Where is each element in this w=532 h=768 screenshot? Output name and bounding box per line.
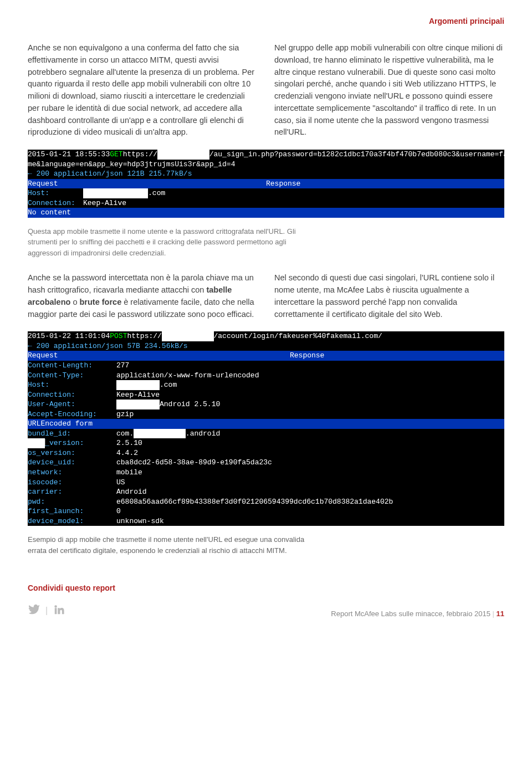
hdr-key: User-Agent:: [28, 400, 116, 409]
url-1b: me&language=en&app_key=hdp3jtrujmsUis3r&…: [28, 160, 235, 170]
hdr-key: Connection:: [28, 390, 116, 400]
hdr-key: Accept-Encoding:: [28, 409, 116, 419]
intro-columns: Anche se non equivalgono a una conferma …: [28, 42, 504, 139]
url-1a: /au_sign_in.php?password=b1282c1dbc170a3…: [209, 150, 504, 160]
redact-host-val-1: ███████████████: [83, 188, 148, 198]
hdr-key: Content-Type:: [28, 371, 116, 381]
form-key: bundle_id:: [28, 429, 116, 439]
hdr-key: Host:: [28, 380, 116, 390]
response-header-2: Response: [290, 351, 324, 361]
form-key: device_model:: [28, 516, 116, 526]
page-number: 11: [497, 610, 504, 618]
no-content-1: No content: [28, 208, 71, 218]
mid-columns: Anche se la password intercettata non è …: [28, 272, 504, 320]
method-get: GET: [110, 150, 122, 160]
form-key: ████_version:: [28, 438, 116, 448]
twitter-icon[interactable]: [28, 603, 40, 618]
scheme-2: https://: [127, 331, 161, 341]
mid-left: Anche se la password intercettata non è …: [28, 272, 258, 320]
form-key: isocode:: [28, 478, 116, 488]
response-header-1: Response: [266, 179, 300, 189]
ts-2: 2015-01-22 11:01:04: [28, 331, 110, 341]
header-section-link[interactable]: Argomenti principali: [28, 17, 504, 25]
conn-val-1: Keep-Alive: [83, 198, 126, 208]
conn-key-1: Connection:: [28, 198, 83, 208]
redact-host-1: ████████████: [157, 150, 209, 160]
ts-1: 2015-01-21 18:55:33: [28, 150, 110, 160]
term-brute-force: brute force: [79, 298, 121, 306]
form-key: first_launch:: [28, 506, 116, 516]
mid-left-mid: o: [70, 298, 79, 306]
form-header: URLEncoded form: [28, 419, 93, 429]
caption-1: Questa app mobile trasmette il nome uten…: [28, 226, 305, 259]
host-val-1: .com: [148, 188, 165, 198]
share-label: Condividi questo report: [28, 583, 504, 592]
resp-2: ← 200 application/json 57B 234.56kB/s: [28, 341, 188, 351]
caption-2: Esempio di app mobile che trasmette il n…: [28, 534, 305, 556]
intro-right: Nel gruppo delle app mobili vulnerabili …: [274, 42, 504, 139]
method-post: POST: [110, 331, 127, 341]
terminal-screenshot-1: 2015-01-21 18:55:33 GET https://████████…: [28, 150, 504, 218]
request-header-1: Request: [28, 179, 266, 189]
linkedin-icon[interactable]: [53, 603, 65, 618]
form-key: device_uid:: [28, 458, 116, 468]
terminal-screenshot-2: 2015-01-22 11:01:04 POST https://███████…: [28, 331, 504, 526]
mid-right: Nel secondo di questi due casi singolari…: [274, 272, 504, 320]
resp-1: ← 200 application/json 121B 215.77kB/s: [28, 169, 192, 179]
redact-host-2: ████████████: [162, 331, 214, 341]
url-2: /account/login/fakeuser%40fakemail.com/: [214, 331, 382, 341]
form-key: pwd:: [28, 497, 116, 507]
hdr-key: Content-Length:: [28, 361, 116, 371]
form-key: os_version:: [28, 448, 116, 458]
form-key: carrier:: [28, 487, 116, 497]
footer: Condividi questo report | Report McAfee …: [28, 583, 504, 618]
scheme-1: https://: [123, 150, 157, 160]
intro-left: Anche se non equivalgono a una conferma …: [28, 42, 258, 139]
form-key: network:: [28, 468, 116, 478]
request-header-2: Request: [28, 351, 290, 361]
footer-report-title: Report McAfee Labs sulle minacce, febbra…: [331, 610, 490, 618]
host-key-1: Host:: [28, 188, 83, 198]
